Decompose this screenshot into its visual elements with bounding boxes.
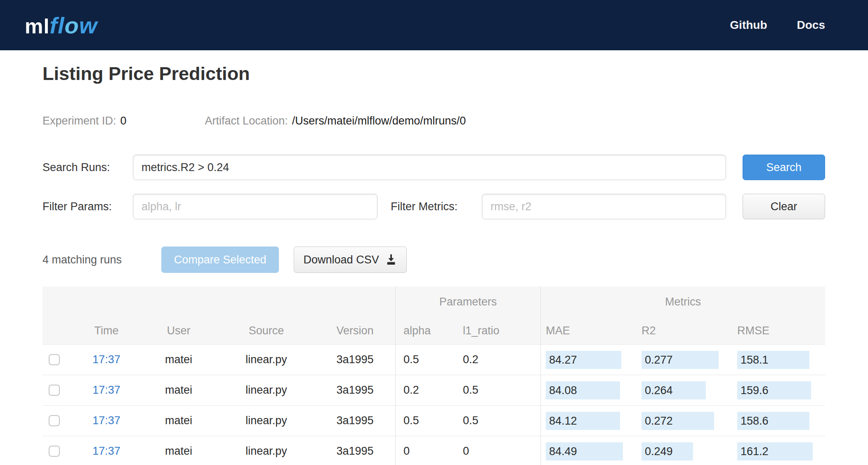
col-header-r2: R2: [637, 317, 732, 344]
search-runs-input[interactable]: [133, 155, 726, 180]
nav-link-github[interactable]: Github: [730, 19, 767, 32]
row-checkbox[interactable]: [49, 385, 60, 396]
run-param-alpha: 0.5: [395, 345, 455, 375]
run-metric-r2: 0.249: [642, 442, 693, 460]
run-version: 3a1995: [315, 406, 395, 436]
run-time-link[interactable]: 17:37: [92, 414, 120, 427]
run-user: matei: [139, 436, 218, 465]
run-version: 3a1995: [315, 375, 395, 405]
nav-link-docs[interactable]: Docs: [797, 19, 825, 32]
run-source: linear.py: [218, 436, 315, 465]
mlflow-logo[interactable]: mlflow: [25, 12, 97, 39]
filter-metrics-label: Filter Metrics:: [391, 200, 482, 213]
nav-links: Github Docs: [730, 19, 825, 32]
col-header-time: Time: [73, 317, 139, 344]
run-param-l1-ratio: 0: [455, 436, 540, 465]
table-row: 17:37 matei linear.py 3a1995 0 0 84.49 0…: [42, 436, 825, 465]
col-header-l1-ratio: l1_ratio: [455, 317, 540, 344]
run-source: linear.py: [218, 406, 315, 436]
run-metric-r2: 0.277: [642, 351, 719, 369]
experiment-id-value: 0: [120, 115, 127, 127]
clear-button[interactable]: Clear: [743, 194, 825, 219]
filter-row: Filter Params: Filter Metrics: Clear: [42, 194, 825, 219]
logo-ml: ml: [25, 14, 50, 38]
run-version: 3a1995: [315, 345, 395, 375]
table-row: 17:37 matei linear.py 3a1995 0.2 0.5 84.…: [42, 375, 825, 405]
compare-selected-button[interactable]: Compare Selected: [161, 247, 279, 273]
col-header-alpha: alpha: [395, 317, 455, 344]
run-param-alpha: 0.2: [395, 375, 455, 405]
run-metric-mae: 84.08: [546, 381, 620, 399]
run-param-l1-ratio: 0.2: [455, 345, 540, 375]
filter-metrics-input[interactable]: [482, 194, 726, 219]
artifact-location-value: /Users/matei/mlflow/demo/mlruns/0: [292, 115, 466, 127]
run-user: matei: [139, 406, 218, 436]
navbar: mlflow Github Docs: [0, 0, 868, 50]
col-header-mae: MAE: [540, 317, 637, 344]
run-version: 3a1995: [315, 436, 395, 465]
group-header-metrics: Metrics: [540, 287, 825, 317]
table-header: Parameters Metrics Time User Source Vers…: [42, 287, 825, 344]
run-metric-r2: 0.272: [642, 412, 714, 430]
logo-flow-o: o: [65, 12, 79, 38]
experiment-id-label: Experiment ID:: [42, 115, 116, 127]
run-metric-mae: 84.49: [546, 442, 623, 460]
run-param-alpha: 0.5: [395, 406, 455, 436]
experiment-meta: Experiment ID: 0 Artifact Location: /Use…: [42, 115, 825, 127]
group-header-parameters: Parameters: [395, 287, 540, 317]
logo-flow-fl: fl: [50, 12, 64, 38]
run-metric-rmse: 159.6: [737, 381, 811, 399]
actions-row: 4 matching runs Compare Selected Downloa…: [42, 247, 825, 273]
search-row: Search Runs: Search: [42, 155, 825, 180]
filter-params-label: Filter Params:: [42, 200, 133, 213]
run-time-link[interactable]: 17:37: [92, 445, 120, 458]
download-csv-label: Download CSV: [304, 254, 379, 266]
row-checkbox[interactable]: [49, 415, 60, 426]
run-param-l1-ratio: 0.5: [455, 406, 540, 436]
col-header-version: Version: [315, 317, 395, 344]
row-checkbox[interactable]: [49, 354, 60, 365]
run-metric-rmse: 161.2: [737, 442, 813, 460]
row-checkbox[interactable]: [49, 446, 60, 457]
run-param-alpha: 0: [395, 436, 455, 465]
table-row: 17:37 matei linear.py 3a1995 0.5 0.2 84.…: [42, 344, 825, 375]
run-metric-rmse: 158.6: [737, 412, 809, 430]
run-metric-mae: 84.27: [546, 351, 621, 369]
run-source: linear.py: [218, 345, 315, 375]
run-source: linear.py: [218, 375, 315, 405]
table-row: 17:37 matei linear.py 3a1995 0.5 0.5 84.…: [42, 405, 825, 436]
artifact-location-label: Artifact Location:: [205, 115, 288, 127]
run-time-link[interactable]: 17:37: [92, 384, 120, 397]
matching-runs-count: 4 matching runs: [42, 254, 122, 266]
run-user: matei: [139, 345, 218, 375]
run-user: matei: [139, 375, 218, 405]
download-icon: [385, 254, 397, 266]
download-csv-button[interactable]: Download CSV: [294, 247, 407, 273]
runs-table: Parameters Metrics Time User Source Vers…: [42, 287, 825, 465]
search-runs-label: Search Runs:: [42, 161, 133, 174]
search-button[interactable]: Search: [743, 155, 825, 180]
run-time-link[interactable]: 17:37: [92, 353, 120, 366]
col-header-source: Source: [218, 317, 315, 344]
run-metric-r2: 0.264: [642, 381, 706, 399]
col-header-rmse: RMSE: [732, 317, 825, 344]
page-title: Listing Price Prediction: [42, 63, 825, 85]
col-header-user: User: [139, 317, 218, 344]
run-metric-mae: 84.12: [546, 412, 620, 430]
run-param-l1-ratio: 0.5: [455, 375, 540, 405]
main-content: Listing Price Prediction Experiment ID: …: [0, 50, 868, 465]
filter-params-input[interactable]: [133, 194, 377, 219]
run-metric-rmse: 158.1: [737, 351, 809, 369]
logo-flow-w: w: [79, 12, 98, 38]
